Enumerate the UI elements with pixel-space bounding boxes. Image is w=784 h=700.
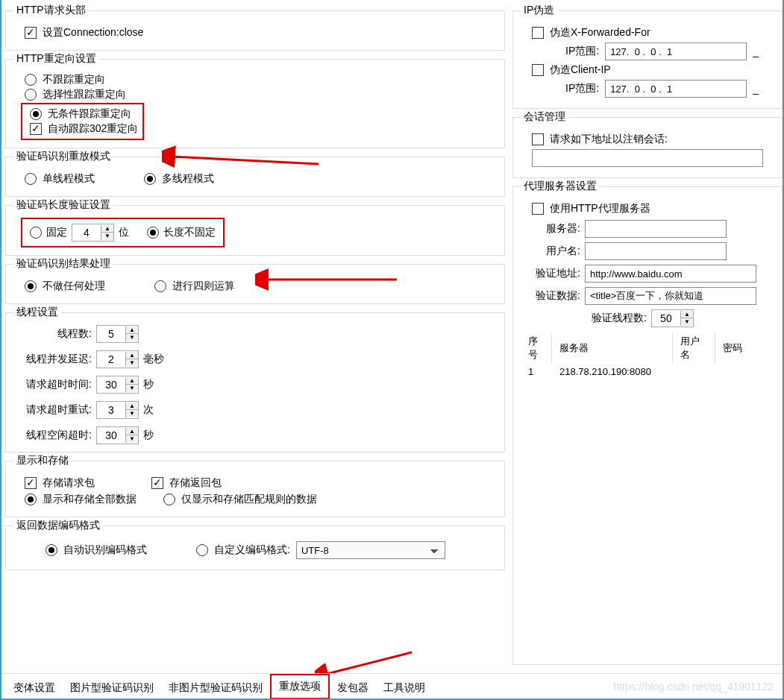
thread-idle-unit: 秒 bbox=[143, 429, 154, 442]
up-icon[interactable]: ▲ bbox=[101, 225, 113, 233]
logout-label: 请求如下地址以注销会话: bbox=[550, 133, 668, 146]
redirect-none-radio[interactable] bbox=[25, 74, 37, 86]
use-proxy-checkbox[interactable] bbox=[532, 203, 544, 215]
fixed-len-input[interactable] bbox=[72, 225, 101, 240]
proxy-group: 代理服务器设置 使用HTTP代理服务器 服务器: 用户名: 验证地址: 验证数据… bbox=[512, 180, 783, 665]
table-row[interactable]: 1 218.78.210.190:8080 bbox=[522, 365, 773, 379]
th-pass[interactable]: 密码 bbox=[717, 333, 773, 363]
up-icon[interactable]: ▲ bbox=[126, 403, 138, 410]
logout-checkbox[interactable] bbox=[532, 133, 544, 145]
encoding-custom-label: 自定义编码格式: bbox=[214, 543, 290, 557]
dash-label: _ bbox=[753, 45, 759, 57]
logout-url-input[interactable] bbox=[532, 149, 763, 167]
thread-retry-input[interactable] bbox=[97, 403, 125, 417]
conn-close-label: 设置Connection:close bbox=[43, 26, 143, 40]
encoding-auto-label: 自动识别编码格式 bbox=[63, 543, 147, 557]
up-icon[interactable]: ▲ bbox=[126, 428, 138, 435]
down-icon[interactable]: ▼ bbox=[126, 359, 138, 367]
tab-tool-info[interactable]: 工具说明 bbox=[376, 676, 433, 699]
verify-data-label: 验证数据: bbox=[532, 289, 580, 303]
th-server[interactable]: 服务器 bbox=[553, 333, 673, 363]
proxy-legend: 代理服务器设置 bbox=[521, 180, 600, 193]
fixed-len-radio[interactable] bbox=[30, 227, 42, 239]
thread-timeout-spinner[interactable]: ▲▼ bbox=[96, 376, 139, 394]
down-icon[interactable]: ▼ bbox=[126, 385, 138, 392]
tab-replay-options[interactable]: 重放选项 bbox=[270, 674, 330, 699]
down-icon[interactable]: ▼ bbox=[126, 435, 138, 443]
encoding-select[interactable]: UTF-8 bbox=[296, 541, 445, 559]
verify-threads-input[interactable] bbox=[652, 311, 680, 326]
clientip-ip-input[interactable] bbox=[605, 80, 747, 98]
session-group: 会话管理 请求如下地址以注销会话: bbox=[512, 110, 783, 178]
proxy-user-input[interactable] bbox=[585, 242, 727, 260]
thread-group: 线程设置 线程数: ▲▼ 线程并发延迟: ▲▼ 毫秒 bbox=[5, 306, 505, 453]
store-req-label: 存储请求包 bbox=[43, 476, 95, 490]
thread-idle-input[interactable] bbox=[97, 428, 125, 443]
proxy-server-label: 服务器: bbox=[532, 222, 580, 236]
redirect-selective-radio[interactable] bbox=[25, 89, 37, 101]
cell-server: 218.78.210.190:8080 bbox=[553, 365, 673, 379]
fixed-len-label: 固定 bbox=[46, 226, 67, 239]
multi-thread-radio[interactable] bbox=[144, 173, 156, 185]
verify-data-input[interactable] bbox=[585, 287, 756, 305]
encoding-custom-radio[interactable] bbox=[196, 544, 208, 556]
clientip-checkbox[interactable] bbox=[532, 64, 544, 76]
clientip-range-label: IP范围: bbox=[565, 82, 599, 95]
verify-threads-label: 验证线程数: bbox=[592, 312, 647, 325]
th-user[interactable]: 用户名 bbox=[674, 333, 715, 363]
tab-variant[interactable]: 变体设置 bbox=[6, 676, 63, 699]
thread-retry-unit: 次 bbox=[143, 403, 154, 417]
thread-idle-label: 线程空闲超时: bbox=[25, 429, 92, 442]
redirect-legend: HTTP重定向设置 bbox=[13, 52, 99, 66]
thread-idle-spinner[interactable]: ▲▼ bbox=[96, 426, 139, 444]
down-icon[interactable]: ▼ bbox=[126, 334, 138, 341]
tab-image-captcha[interactable]: 图片型验证码识别 bbox=[63, 676, 161, 699]
verify-threads-spinner[interactable]: ▲▼ bbox=[651, 309, 694, 327]
thread-count-spinner[interactable]: ▲▼ bbox=[96, 325, 139, 343]
proxy-server-input[interactable] bbox=[585, 220, 727, 238]
fixed-len-spinner[interactable]: ▲▼ bbox=[72, 224, 114, 242]
single-thread-label: 单线程模式 bbox=[43, 172, 95, 186]
verify-url-input[interactable] bbox=[585, 265, 756, 283]
show-all-radio[interactable] bbox=[25, 494, 37, 505]
redirect-unconditional-radio[interactable] bbox=[30, 108, 42, 120]
tab-packet-sender[interactable]: 发包器 bbox=[330, 676, 376, 699]
up-icon[interactable]: ▲ bbox=[681, 311, 693, 318]
single-thread-radio[interactable] bbox=[25, 173, 37, 185]
session-legend: 会话管理 bbox=[521, 110, 568, 124]
thread-retry-spinner[interactable]: ▲▼ bbox=[96, 401, 139, 419]
captcha-len-legend: 验证码长度验证设置 bbox=[13, 198, 113, 212]
down-icon[interactable]: ▼ bbox=[681, 318, 693, 326]
thread-delay-spinner[interactable]: ▲▼ bbox=[96, 350, 139, 368]
clientip-label: 伪造Client-IP bbox=[550, 63, 611, 77]
result-math-radio[interactable] bbox=[154, 280, 166, 292]
redirect-none-label: 不跟踪重定向 bbox=[43, 73, 105, 86]
notfixed-len-radio[interactable] bbox=[147, 227, 159, 239]
encoding-auto-radio[interactable] bbox=[46, 544, 57, 556]
store-resp-checkbox[interactable] bbox=[151, 477, 163, 489]
captcha-len-group: 验证码长度验证设置 固定 ▲▼ 位 长度不固定 bbox=[5, 198, 505, 256]
captcha-result-legend: 验证码识别结果处理 bbox=[13, 257, 113, 271]
thread-timeout-input[interactable] bbox=[97, 377, 125, 392]
xff-checkbox[interactable] bbox=[532, 27, 544, 39]
captcha-result-group: 验证码识别结果处理 不做任何处理 进行四则运算 bbox=[5, 257, 505, 304]
up-icon[interactable]: ▲ bbox=[126, 327, 138, 334]
thread-count-input[interactable] bbox=[97, 327, 125, 341]
down-icon[interactable]: ▼ bbox=[126, 410, 138, 417]
up-icon[interactable]: ▲ bbox=[126, 352, 138, 359]
thread-delay-input[interactable] bbox=[97, 352, 125, 367]
auto302-label: 自动跟踪302重定向 bbox=[48, 122, 138, 136]
conn-close-checkbox[interactable] bbox=[25, 27, 37, 39]
verify-url-label: 验证地址: bbox=[532, 267, 580, 280]
xff-ip-input[interactable] bbox=[605, 42, 747, 60]
store-req-checkbox[interactable] bbox=[25, 477, 37, 489]
auto302-checkbox[interactable] bbox=[30, 123, 42, 135]
tab-nonimage-captcha[interactable]: 非图片型验证码识别 bbox=[161, 676, 270, 699]
th-seq[interactable]: 序号 bbox=[522, 333, 552, 363]
thread-timeout-label: 请求超时时间: bbox=[25, 378, 92, 391]
up-icon[interactable]: ▲ bbox=[126, 377, 138, 385]
proxy-user-label: 用户名: bbox=[532, 245, 580, 258]
down-icon[interactable]: ▼ bbox=[101, 233, 113, 240]
show-match-radio[interactable] bbox=[163, 494, 175, 505]
result-none-radio[interactable] bbox=[25, 280, 37, 292]
